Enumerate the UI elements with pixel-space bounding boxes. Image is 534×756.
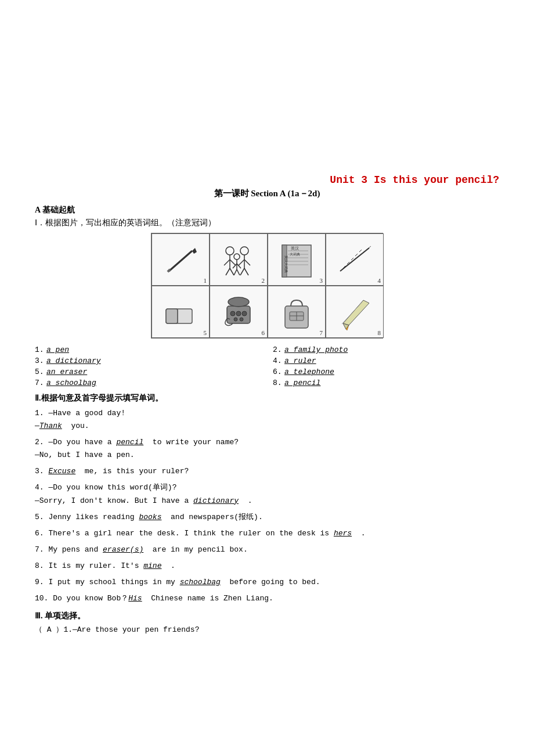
- part-ii-label: Ⅱ.根据句意及首字母提示填写单词。: [35, 393, 499, 404]
- cell-number-2: 2: [262, 277, 265, 284]
- exercise-9: 9. I put my school things in my schoolba…: [35, 576, 499, 589]
- ex5-line1: 5. Jenny likes reading books and newspap…: [35, 513, 263, 521]
- part-a-label: A 基础起航: [35, 205, 499, 215]
- svg-line-31: [340, 248, 369, 271]
- ex4-line2: —Sorry, I don't know. But I have a dicti…: [35, 496, 252, 505]
- svg-line-36: [355, 254, 358, 256]
- answer-text-7: a schoolbag: [46, 379, 96, 387]
- cell-number-1: 1: [204, 277, 207, 284]
- svg-line-14: [244, 268, 248, 275]
- answer-text-5: an eraser: [46, 368, 87, 376]
- svg-text:大词典: 大词典: [290, 253, 300, 256]
- cell-number-3: 3: [320, 277, 323, 284]
- grid-cell-7: 7: [268, 286, 326, 338]
- answer-num-3: 3.: [35, 357, 44, 365]
- answer-item-2: 2. a family photo: [273, 345, 499, 354]
- part-iii-label: Ⅲ. 单项选择。: [35, 611, 499, 621]
- answer-num-5: 5.: [35, 368, 44, 376]
- ex10-line1: 10. Do you know Bob？His Chinese name is …: [35, 594, 273, 603]
- svg-line-20: [237, 269, 240, 275]
- answer-num-7: 7.: [35, 379, 44, 387]
- svg-point-44: [236, 311, 241, 316]
- unit-title: Unit 3 Is this your pencil?: [35, 174, 499, 186]
- svg-point-15: [234, 254, 240, 260]
- svg-line-18: [237, 264, 241, 268]
- svg-point-45: [242, 311, 247, 316]
- exercise-3: 3. Excuse me, is this your ruler?: [35, 465, 499, 478]
- svg-point-46: [234, 318, 237, 321]
- svg-line-5: [224, 260, 230, 265]
- svg-line-7: [226, 268, 230, 275]
- answer-item-4: 4. a ruler: [273, 357, 499, 365]
- cell-number-4: 4: [378, 277, 381, 284]
- svg-line-12: [244, 260, 250, 265]
- answer-text-3: a dictionary: [46, 357, 101, 365]
- answer-item-8: 8. a pencil: [273, 379, 499, 387]
- svg-text:英汉大词典: 英汉大词典: [284, 255, 288, 273]
- grid-cell-5: 5: [151, 286, 210, 338]
- svg-line-19: [234, 269, 237, 275]
- answer-text-1: a pen: [46, 345, 69, 354]
- svg-line-8: [230, 268, 234, 275]
- exercise-2: 2. —Do you have a pencil to write your n…: [35, 436, 499, 462]
- answer-item-3: 3. a dictionary: [35, 357, 261, 365]
- ex1-ans: —Thank you.: [35, 422, 89, 430]
- image-grid: 1 2: [151, 233, 383, 339]
- exercise-8: 8. It is my ruler. It's mine .: [35, 560, 499, 573]
- section-title: 第一课时 Section A (1a－2d): [35, 188, 499, 199]
- grid-cell-4: 4: [326, 233, 384, 286]
- svg-rect-39: [166, 309, 178, 323]
- svg-line-13: [240, 268, 244, 275]
- ex7-line1: 7. My pens and eraser(s) are in my penci…: [35, 545, 248, 554]
- answer-num-2: 2.: [273, 345, 282, 354]
- grid-cell-1: 1: [151, 233, 210, 286]
- svg-point-47: [240, 318, 243, 321]
- cell-number-6: 6: [262, 329, 265, 336]
- answer-text-6: a telephone: [284, 368, 334, 376]
- ex6-line1: 6. There's a girl near the desk. I think…: [35, 529, 366, 538]
- svg-point-43: [230, 311, 235, 316]
- eraser-drawing: [157, 291, 204, 332]
- svg-text:英汉: 英汉: [291, 246, 299, 251]
- svg-point-3: [226, 247, 234, 255]
- ex9-line1: 9. I put my school things in my schoolba…: [35, 578, 320, 586]
- svg-line-11: [239, 260, 244, 265]
- family-drawing: [215, 239, 262, 280]
- svg-line-6: [230, 260, 236, 265]
- part-iii-item1: （ A ）1.—Are those your pen friends?: [35, 624, 499, 636]
- svg-marker-1: [192, 248, 197, 254]
- ex1-num: 1. —Have a good day!: [35, 409, 125, 417]
- answer-num-8: 8.: [273, 379, 282, 387]
- pencil-drawing: [331, 291, 378, 332]
- grid-cell-6: 6: [210, 286, 268, 338]
- ex2-line1: 2. —Do you have a pencil to write your n…: [35, 438, 239, 447]
- part-i-answers: 1. a pen 2. a family photo 3. a dictiona…: [35, 345, 499, 387]
- answer-item-1: 1. a pen: [35, 345, 261, 354]
- answer-num-6: 6.: [273, 368, 282, 376]
- exercise-5: 5. Jenny likes reading books and newspap…: [35, 511, 499, 524]
- grid-cell-2: 2: [210, 233, 268, 286]
- cell-number-8: 8: [378, 329, 381, 336]
- exercise-1: 1. —Have a good day! —Thank you.: [35, 407, 499, 433]
- part-iii-q1: （ A ）1.—Are those your pen friends?: [35, 625, 199, 634]
- schoolbag-drawing: [273, 291, 320, 332]
- answer-text-2: a family photo: [284, 345, 348, 354]
- answer-num-1: 1.: [35, 345, 44, 354]
- svg-line-37: [359, 250, 362, 252]
- ex8-line1: 8. It is my ruler. It's mine .: [35, 561, 175, 570]
- answer-item-5: 5. an eraser: [35, 368, 261, 376]
- answer-item-7: 7. a schoolbag: [35, 379, 261, 387]
- answer-text-8: a pencil: [284, 379, 320, 387]
- cell-number-5: 5: [204, 329, 207, 336]
- svg-marker-52: [343, 300, 369, 325]
- answer-item-6: 6. a telephone: [273, 368, 499, 376]
- exercise-4: 4. —Do you know this word(单词)? —Sorry, I…: [35, 481, 499, 507]
- svg-point-42: [228, 297, 249, 307]
- ex2-line2: —No, but I have a pen.: [35, 451, 135, 459]
- pen-drawing: [157, 239, 204, 280]
- telephone-drawing: [215, 291, 262, 332]
- dictionary-drawing: 英汉大词典 英汉 大词典: [273, 239, 320, 280]
- cell-number-7: 7: [320, 329, 323, 336]
- exercise-7: 7. My pens and eraser(s) are in my penci…: [35, 543, 499, 556]
- svg-line-0: [169, 251, 192, 271]
